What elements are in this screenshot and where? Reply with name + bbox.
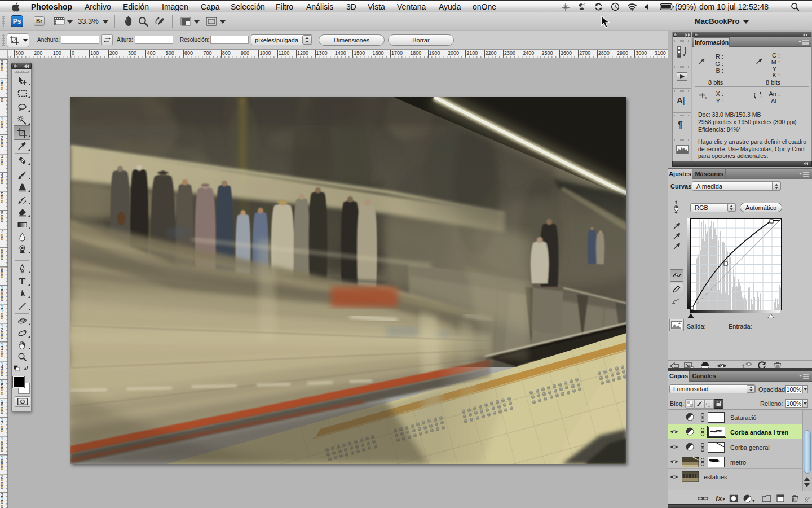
- svg-text:T: T: [19, 277, 26, 286]
